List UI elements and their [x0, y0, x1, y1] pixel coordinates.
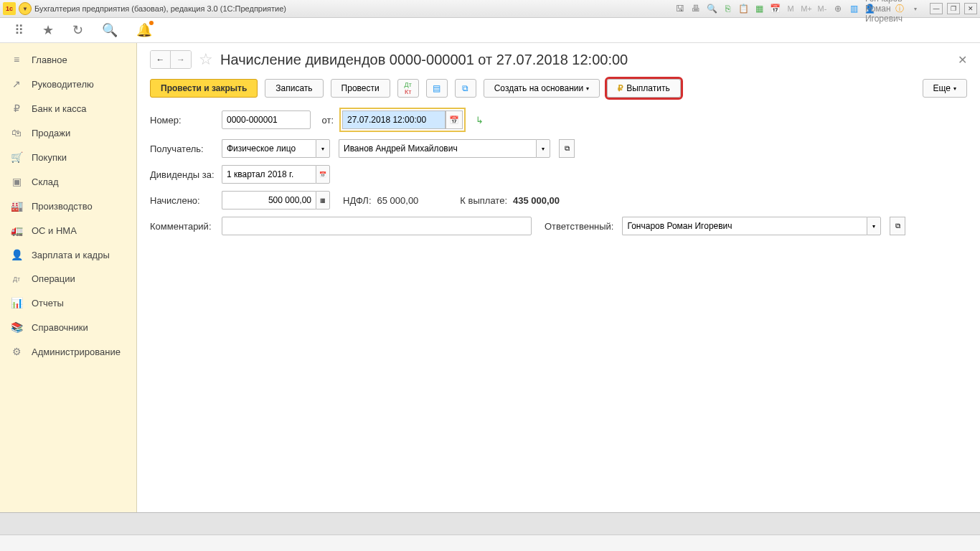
sidebar-item-assets[interactable]: 🚛ОС и НМА [0, 218, 136, 242]
sidebar-item-sales[interactable]: 🛍Продажи [0, 121, 136, 145]
responsible-dropdown[interactable]: ▾ [867, 217, 881, 235]
favorite-toggle[interactable]: ☆ [199, 50, 213, 69]
chart-icon: ↗ [10, 78, 23, 90]
calendar-button[interactable]: 📅 [446, 110, 463, 129]
cart-icon: 🛒 [10, 151, 23, 163]
tree-button[interactable]: ⧉ [455, 79, 476, 98]
gear-icon: ⚙ [10, 346, 23, 357]
bottom-taskbar [0, 512, 980, 534]
clipboard-icon[interactable]: 📋 [738, 3, 749, 14]
search-icon[interactable]: 🔍 [102, 22, 118, 38]
main-menu-dropdown[interactable]: ▼ [19, 2, 32, 15]
save-button[interactable]: Записать [265, 79, 323, 98]
m-minus-button[interactable]: M- [816, 3, 828, 14]
info-drop-icon[interactable]: ▾ [910, 3, 921, 14]
dtkt-button[interactable]: ДтКт [397, 79, 419, 98]
favorite-icon[interactable]: ★ [42, 22, 54, 38]
sidebar-item-manager[interactable]: ↗Руководителю [0, 72, 136, 96]
sidebar-label: Покупки [32, 152, 67, 163]
date-highlight-box: 📅 [339, 108, 466, 132]
payout-label: К выплате: [460, 195, 507, 206]
sidebar-item-catalogs[interactable]: 📚Справочники [0, 315, 136, 339]
current-user[interactable]: 👤 Гончаров Роман Игоревич [864, 3, 890, 14]
search-top-icon[interactable]: 🔍 [706, 3, 717, 14]
period-label: Дивиденды за: [150, 169, 216, 180]
sidebar-item-admin[interactable]: ⚙Администрирование [0, 339, 136, 364]
ruble-icon: ₽ [10, 103, 23, 114]
sidebar-item-purchases[interactable]: 🛒Покупки [0, 145, 136, 169]
sidebar-item-production[interactable]: 🏭Производство [0, 194, 136, 218]
truck-icon: 🚛 [10, 225, 23, 236]
comment-input[interactable] [222, 217, 532, 235]
recipient-name-input[interactable] [339, 139, 536, 158]
sidebar-label: Производство [32, 201, 93, 212]
sidebar-item-bank[interactable]: ₽Банк и касса [0, 96, 136, 121]
calendar-icon[interactable]: 📅 [769, 3, 781, 14]
factory-icon: 🏭 [10, 200, 23, 212]
recipient-name-dropdown[interactable]: ▾ [536, 139, 550, 158]
sidebar-item-operations[interactable]: ДтОперации [0, 267, 136, 291]
bars-icon: 📊 [10, 297, 23, 309]
responsible-open-button[interactable]: ⧉ [890, 217, 905, 235]
info-icon[interactable]: ⓘ [894, 3, 905, 14]
ruble-icon: ₽ [618, 83, 623, 93]
apps-icon[interactable]: ⠿ [14, 22, 24, 38]
sidebar-label: Отчеты [32, 298, 64, 309]
sidebar-item-reports[interactable]: 📊Отчеты [0, 291, 136, 315]
ndfl-value: 65 000,00 [377, 195, 419, 206]
period-input[interactable] [222, 165, 316, 184]
create-based-button[interactable]: Создать на основании ▾ [484, 79, 600, 98]
sidebar-label: Зарплата и кадры [32, 250, 110, 260]
save-icon[interactable]: 🖫 [674, 3, 686, 14]
boxes-icon: ▣ [10, 176, 23, 187]
forward-button[interactable]: → [171, 51, 191, 68]
sidebar-item-salary[interactable]: 👤Зарплата и кадры [0, 242, 136, 267]
accrued-input[interactable] [222, 191, 316, 209]
document-status-icon[interactable]: ↳ [476, 115, 484, 126]
page-title: Начисление дивидендов 0000-000001 от 27.… [220, 52, 628, 68]
main-content: ← → ☆ Начисление дивидендов 0000-000001 … [137, 43, 980, 512]
post-and-close-button[interactable]: Провести и закрыть [150, 79, 258, 98]
bag-icon: 🛍 [10, 127, 23, 138]
sidebar-item-warehouse[interactable]: ▣Склад [0, 169, 136, 194]
minimize-button[interactable]: — [930, 3, 943, 14]
period-calendar-button[interactable]: 📅 [316, 165, 330, 184]
comment-label: Комментарий: [150, 221, 216, 232]
recipient-type-dropdown[interactable]: ▾ [316, 139, 330, 158]
close-form-button[interactable]: ✕ [958, 53, 967, 67]
title-bar: 1с ▼ Бухгалтерия предприятия (базовая), … [0, 0, 980, 18]
dtkt-icon: Дт [10, 276, 23, 283]
recipient-open-button[interactable]: ⧉ [559, 139, 575, 158]
accrued-calc-button[interactable]: ▦ [316, 191, 330, 209]
sidebar-label: Продажи [32, 128, 70, 138]
sidebar-item-main[interactable]: ≡Главное [0, 47, 136, 72]
close-window-button[interactable]: ✕ [964, 3, 977, 14]
responsible-label: Ответственный: [545, 221, 613, 232]
sidebar-label: Операции [32, 273, 75, 284]
more-button[interactable]: Еще ▾ [923, 79, 967, 98]
m-plus-button[interactable]: M+ [801, 3, 812, 14]
print-icon[interactable]: 🖶 [690, 3, 702, 14]
zoom-icon[interactable]: ⊕ [832, 3, 844, 14]
sidebar-label: Руководителю [32, 79, 94, 90]
window-title: Бухгалтерия предприятия (базовая), редак… [34, 4, 286, 13]
history-icon[interactable]: ↻ [72, 22, 83, 38]
number-input[interactable] [222, 110, 311, 129]
sidebar-label: Склад [32, 176, 59, 187]
link-icon[interactable]: ⎘ [722, 3, 733, 14]
bell-icon[interactable]: 🔔 [136, 22, 152, 38]
quick-toolbar: ⠿ ★ ↻ 🔍 🔔 [0, 18, 980, 43]
date-input[interactable] [342, 110, 446, 129]
post-button[interactable]: Провести [331, 79, 390, 98]
list-button[interactable]: ▤ [426, 79, 448, 98]
recipient-type-select[interactable] [222, 139, 316, 158]
responsible-input[interactable] [622, 217, 867, 235]
maximize-button[interactable]: ❐ [947, 3, 960, 14]
pay-button[interactable]: ₽Выплатить [607, 79, 681, 98]
m-button[interactable]: M [785, 3, 796, 14]
date-label: от: [316, 115, 334, 126]
sidebar-label: Главное [32, 55, 67, 65]
calc-icon[interactable]: ▦ [753, 3, 765, 14]
back-button[interactable]: ← [151, 51, 171, 68]
panels-icon[interactable]: ▥ [848, 3, 859, 14]
